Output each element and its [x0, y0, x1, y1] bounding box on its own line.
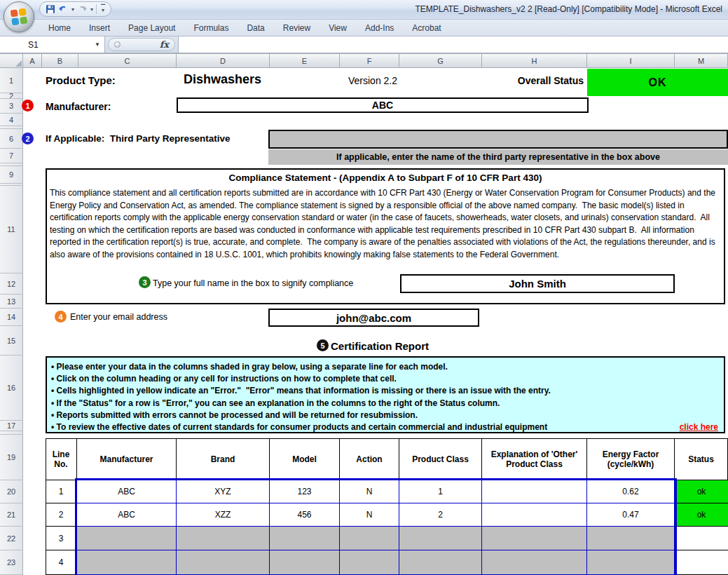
status-cell[interactable]: ok	[675, 503, 728, 527]
column-header-D[interactable]: D	[177, 53, 270, 68]
tab-page-layout[interactable]: Page Layout	[119, 21, 184, 35]
tab-view[interactable]: View	[320, 21, 356, 35]
formula-input[interactable]	[178, 36, 728, 53]
table-cell[interactable]	[340, 550, 399, 575]
column-header-A[interactable]: A	[23, 53, 42, 68]
row-header-6[interactable]: 6	[0, 129, 23, 149]
tab-formulas[interactable]: Formulas	[184, 21, 238, 35]
column-header-E[interactable]: E	[270, 53, 340, 68]
row-header-20[interactable]: 20	[0, 480, 23, 503]
click-here-link[interactable]: click here	[680, 421, 720, 433]
table-cell[interactable]	[177, 527, 270, 550]
row-header-4[interactable]: 4	[0, 114, 23, 126]
table-cell[interactable]	[270, 527, 340, 550]
redo-icon[interactable]	[77, 5, 88, 14]
tab-review[interactable]: Review	[274, 21, 320, 35]
column-header-I[interactable]: I	[587, 53, 675, 68]
table-cell[interactable]: 1	[399, 480, 482, 503]
table-cell[interactable]: XYZ	[177, 480, 270, 503]
table-cell[interactable]: 123	[270, 480, 340, 503]
table-header-cell[interactable]: Model	[270, 438, 340, 480]
table-cell[interactable]	[77, 527, 177, 550]
table-cell[interactable]	[270, 550, 340, 575]
manufacturer-input[interactable]: ABC	[177, 97, 589, 113]
table-header-cell[interactable]: Explanation of 'Other' Product Class	[482, 438, 587, 480]
table-cell[interactable]: 456	[270, 503, 340, 527]
status-cell[interactable]	[675, 527, 728, 550]
table-header-cell[interactable]: Manufacturer	[77, 438, 177, 480]
table-cell[interactable]	[587, 550, 675, 575]
table-cell[interactable]: 0.47	[587, 503, 675, 527]
table-cell[interactable]	[399, 527, 482, 550]
column-header-G[interactable]: G	[399, 53, 482, 68]
row-header-22[interactable]: 22	[0, 527, 23, 550]
row-header-14[interactable]: 14	[0, 309, 23, 326]
table-cell[interactable]	[399, 550, 482, 575]
status-cell[interactable]: ok	[675, 480, 728, 503]
save-icon[interactable]	[46, 4, 55, 14]
table-cell[interactable]	[482, 550, 587, 575]
table-cell[interactable]	[482, 503, 587, 527]
row-header-21[interactable]: 21	[0, 503, 23, 527]
table-cell[interactable]	[77, 550, 177, 575]
table-cell[interactable]	[340, 527, 399, 550]
row-header-15[interactable]: 15	[0, 326, 23, 356]
tab-acrobat[interactable]: Acrobat	[403, 21, 450, 35]
undo-icon[interactable]	[58, 5, 69, 14]
table-header-cell[interactable]: Line No.	[46, 438, 77, 480]
row-header-17[interactable]: 17	[0, 421, 23, 431]
row-header-16[interactable]: 16	[0, 356, 23, 421]
table-header-cell[interactable]: Brand	[177, 438, 270, 480]
row-header-19[interactable]: 19	[0, 435, 23, 480]
table-header-cell[interactable]: Status	[675, 438, 728, 480]
table-cell[interactable]: 0.62	[587, 480, 675, 503]
table-cell[interactable]: ABC	[77, 503, 177, 527]
signature-input[interactable]: John Smith	[400, 274, 675, 293]
table-header-cell[interactable]: Energy Factor (cycle/kWh)	[587, 438, 675, 480]
tab-add-ins[interactable]: Add-Ins	[356, 21, 403, 35]
overall-status-cell[interactable]: OK	[587, 69, 728, 96]
table-cell[interactable]: N	[340, 503, 399, 527]
row-header-7[interactable]: 7	[0, 149, 23, 163]
undo-dropdown-icon[interactable]: ▾	[71, 6, 74, 13]
row-header-12[interactable]: 12	[0, 273, 23, 295]
email-input[interactable]: john@abc.com	[268, 309, 479, 327]
tab-home[interactable]: Home	[39, 21, 80, 35]
status-cell[interactable]	[675, 550, 728, 575]
table-cell[interactable]: XZZ	[177, 503, 270, 527]
name-box[interactable]: S1 ▼	[0, 36, 105, 53]
insert-function-control[interactable]: fx	[108, 38, 175, 51]
line-number-cell[interactable]: 4	[46, 550, 77, 575]
third-party-input[interactable]	[268, 130, 728, 149]
table-cell[interactable]	[482, 480, 587, 503]
table-cell[interactable]	[482, 527, 587, 550]
column-header-F[interactable]: F	[340, 53, 399, 68]
tab-data[interactable]: Data	[238, 21, 273, 35]
row-header-3[interactable]: 3	[0, 99, 23, 114]
table-cell[interactable]: N	[340, 480, 399, 503]
office-button[interactable]	[4, 1, 34, 32]
column-header-C[interactable]: C	[78, 53, 177, 68]
tab-insert[interactable]: Insert	[80, 21, 119, 35]
line-number-cell[interactable]: 2	[46, 503, 77, 527]
table-cell[interactable]	[177, 550, 270, 575]
row-header-23[interactable]: 23	[0, 550, 23, 575]
column-header-B[interactable]: B	[42, 53, 78, 68]
name-box-dropdown-icon[interactable]: ▼	[95, 41, 100, 48]
table-cell[interactable]: 2	[399, 503, 482, 527]
line-number-cell[interactable]: 1	[46, 480, 77, 503]
line-number-cell[interactable]: 3	[46, 527, 77, 550]
table-header-cell[interactable]: Action	[340, 438, 399, 480]
row-header-9[interactable]: 9	[0, 166, 23, 184]
row-header-11[interactable]: 11	[0, 186, 23, 273]
table-cell[interactable]	[587, 527, 675, 550]
column-header-H[interactable]: H	[482, 53, 587, 68]
row-header-2[interactable]: 2	[0, 93, 23, 99]
column-header-M[interactable]: M	[675, 53, 728, 68]
table-cell[interactable]: ABC	[77, 480, 177, 503]
select-all-corner[interactable]	[0, 53, 23, 68]
table-header-cell[interactable]: Product Class	[399, 438, 482, 480]
qat-customize-icon[interactable]: ▔▾	[99, 6, 105, 12]
redo-dropdown-icon[interactable]: ▾	[90, 6, 93, 13]
row-header-1[interactable]: 1	[0, 68, 23, 93]
